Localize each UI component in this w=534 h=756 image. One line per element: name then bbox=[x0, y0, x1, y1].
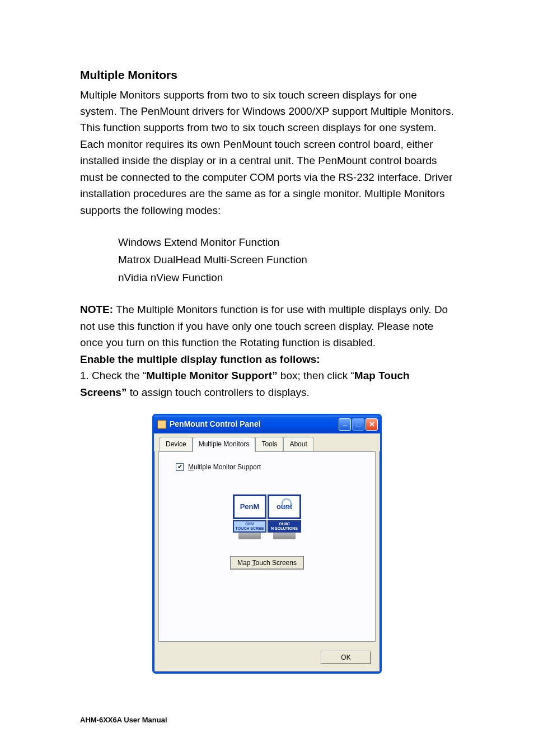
step1-mid: box; then click “ bbox=[278, 370, 354, 381]
monitor-left-caption: CIIIV TOUCH SCREE bbox=[233, 520, 266, 532]
step-1: 1. Check the “Multiple Monitor Support” … bbox=[80, 367, 454, 400]
cap-left-2: TOUCH SCREE bbox=[235, 526, 264, 531]
note-text: The Multiple Monitors function is for us… bbox=[80, 304, 448, 348]
page-footer: AHM-6XX6A User Manual bbox=[80, 715, 167, 726]
checkbox-label: Multiple Monitor Support bbox=[188, 462, 261, 473]
window-title: PenMount Control Panel bbox=[170, 418, 339, 431]
mode-item: nVidia nView Function bbox=[118, 269, 454, 286]
multiple-monitor-checkbox[interactable]: ✔ bbox=[176, 463, 184, 471]
dialog-buttons: OK bbox=[154, 646, 380, 672]
cap-right-2: N SOLUTIONS bbox=[270, 526, 299, 531]
step1-post: to assign touch controllers to displays. bbox=[127, 386, 309, 398]
ok-button[interactable]: OK bbox=[321, 651, 371, 664]
monitor-right-caption: OUIIC N SOLUTIONS bbox=[268, 520, 301, 532]
tab-tools[interactable]: Tools bbox=[255, 437, 283, 451]
cap-right-1: OUIIC bbox=[270, 522, 299, 526]
close-button[interactable]: ✕ bbox=[366, 418, 378, 431]
map-button-wrap: Map Touch Screens bbox=[159, 556, 375, 570]
window-controls: _ □ ✕ bbox=[339, 418, 378, 431]
monitor-left-stand bbox=[238, 533, 261, 539]
note-label: NOTE: bbox=[80, 304, 113, 315]
app-icon bbox=[157, 420, 166, 429]
minimize-icon: _ bbox=[343, 417, 346, 428]
step1-pre: 1. Check the “ bbox=[80, 370, 146, 381]
control-panel-window: PenMount Control Panel _ □ ✕ Device Mult… bbox=[152, 414, 382, 674]
monitor-left: PenM CIIIV TOUCH SCREE bbox=[233, 494, 266, 539]
tab-multiple-monitors[interactable]: Multiple Monitors bbox=[193, 437, 256, 452]
monitor-right-stand bbox=[273, 533, 296, 539]
tab-strip: Device Multiple Monitors Tools About bbox=[154, 433, 380, 451]
tab-panel: ✔ Multiple Monitor Support PenM CIIIV TO… bbox=[158, 451, 376, 642]
monitor-right-screen: ount bbox=[268, 494, 301, 519]
note-paragraph: NOTE: The Multiple Monitors function is … bbox=[80, 301, 454, 351]
step1-bold1: Multiple Monitor Support” bbox=[146, 370, 277, 381]
monitor-left-screen: PenM bbox=[233, 494, 266, 519]
mode-item: Windows Extend Monitor Function bbox=[118, 234, 454, 250]
titlebar[interactable]: PenMount Control Panel _ □ ✕ bbox=[154, 416, 380, 433]
tab-device[interactable]: Device bbox=[160, 437, 193, 451]
maximize-icon: □ bbox=[356, 419, 360, 430]
map-btn-pre: Map bbox=[237, 559, 252, 567]
body-paragraph: Multiple Monitors supports from two to s… bbox=[80, 87, 454, 219]
checkbox-rest: ultiple Monitor Support bbox=[194, 463, 261, 471]
close-icon: ✕ bbox=[369, 419, 375, 430]
enable-heading: Enable the multiple display function as … bbox=[80, 351, 454, 367]
mode-item: Matrox DualHead Multi-Screen Function bbox=[118, 251, 454, 268]
map-btn-rest: ouch Screens bbox=[256, 559, 297, 567]
section-heading: Multiple Monitors bbox=[80, 66, 454, 85]
tab-about[interactable]: About bbox=[283, 437, 313, 451]
checkbox-row: ✔ Multiple Monitor Support bbox=[176, 462, 375, 473]
modes-list: Windows Extend Monitor Function Matrox D… bbox=[118, 234, 454, 286]
map-touch-screens-button[interactable]: Map Touch Screens bbox=[230, 556, 304, 570]
maximize-button: □ bbox=[352, 418, 364, 431]
monitor-illustration: PenM CIIIV TOUCH SCREE ount OUIIC N SOLU… bbox=[159, 494, 375, 539]
cap-left-1: CIIIV bbox=[235, 522, 264, 526]
checkbox-accel: M bbox=[188, 463, 194, 471]
minimize-button[interactable]: _ bbox=[339, 418, 351, 431]
monitor-right: ount OUIIC N SOLUTIONS bbox=[268, 494, 301, 539]
